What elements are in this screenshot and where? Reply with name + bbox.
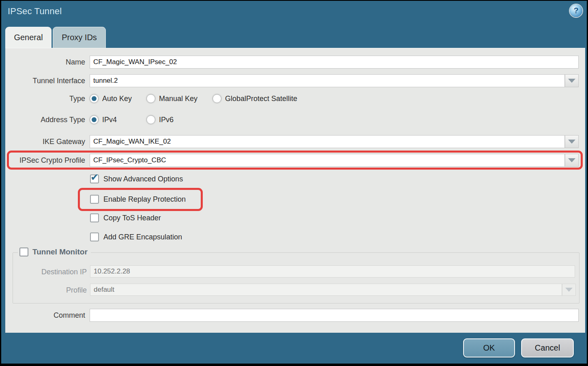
radio-icon — [90, 115, 99, 124]
ike-gateway-dropdown-button[interactable] — [565, 135, 579, 148]
radio-label: Auto Key — [102, 95, 132, 103]
profile-dropdown-button — [562, 284, 576, 296]
profile-label: Profile — [13, 286, 87, 295]
tunnel-interface-dropdown-button[interactable] — [565, 74, 579, 87]
tab-proxy-ids[interactable]: Proxy IDs — [53, 27, 106, 48]
checkbox-label: Copy ToS Header — [103, 214, 161, 222]
radio-label: IPv4 — [102, 116, 117, 124]
type-label: Type — [5, 95, 85, 103]
ike-gateway-input[interactable] — [90, 135, 565, 148]
comment-label: Comment — [5, 311, 85, 320]
tunnel-interface-input[interactable] — [90, 74, 565, 87]
dialog-title: IPSec Tunnel — [8, 6, 62, 17]
dialog-frame: IPSec Tunnel ? General Proxy IDs Name Tu… — [1, 1, 587, 364]
checkbox-icon: ✔ — [90, 213, 99, 222]
destination-ip-label: Destination IP — [13, 268, 87, 276]
ipsec-tunnel-dialog: IPSec Tunnel ? General Proxy IDs Name Tu… — [0, 0, 588, 366]
checkbox-icon: ✔ — [90, 174, 99, 183]
radio-manual-key[interactable]: Manual Key — [146, 94, 197, 103]
checkbox-add-gre-encapsulation[interactable]: ✔ Add GRE Encapsulation — [90, 232, 182, 242]
name-label: Name — [5, 58, 85, 67]
cancel-button[interactable]: Cancel — [521, 338, 574, 357]
radio-icon — [90, 94, 99, 103]
radio-label: Manual Key — [159, 95, 197, 103]
radio-icon — [146, 115, 155, 124]
radio-globalprotect-satellite[interactable]: GlobalProtect Satellite — [212, 94, 297, 103]
checkbox-label: Add GRE Encapsulation — [103, 233, 182, 241]
tunnel-monitor-group: ✔ Tunnel Monitor Destination IP Profile — [13, 252, 579, 304]
tunnel-monitor-label: Tunnel Monitor — [32, 248, 88, 256]
checkbox-copy-tos-header[interactable]: ✔ Copy ToS Header — [90, 213, 161, 223]
destination-ip-input — [90, 265, 575, 278]
ike-gateway-label: IKE Gateway — [5, 138, 85, 146]
name-input[interactable] — [90, 56, 579, 69]
checkbox-enable-replay-protection[interactable]: ✔ Enable Replay Protection — [90, 194, 186, 204]
help-icon[interactable]: ? — [570, 4, 582, 17]
radio-label: GlobalProtect Satellite — [225, 95, 297, 103]
general-tab-panel: Name Tunnel Interface Type Auto Key Manu… — [5, 48, 585, 333]
checkbox-icon: ✔ — [90, 233, 99, 241]
checkbox-show-advanced-options[interactable]: ✔ Show Advanced Options — [90, 174, 183, 184]
ipsec-crypto-profile-label: IPSec Crypto Profile — [5, 156, 85, 165]
chevron-down-icon — [568, 158, 575, 162]
ipsec-crypto-profile-input[interactable] — [90, 154, 565, 167]
radio-ipv6[interactable]: IPv6 — [146, 115, 174, 125]
address-type-label: Address Type — [5, 116, 85, 124]
tab-general[interactable]: General — [5, 27, 52, 48]
chevron-down-icon — [565, 288, 573, 292]
ok-button[interactable]: OK — [463, 338, 515, 357]
radio-icon — [212, 94, 221, 103]
comment-input[interactable] — [90, 309, 579, 322]
radio-icon — [146, 94, 155, 103]
profile-input — [90, 284, 562, 296]
radio-auto-key[interactable]: Auto Key — [90, 94, 132, 103]
checkbox-icon: ✔ — [19, 248, 28, 256]
checkbox-tunnel-monitor[interactable]: ✔ Tunnel Monitor — [18, 248, 91, 256]
radio-ipv4[interactable]: IPv4 — [90, 115, 117, 125]
checkbox-label: Enable Replay Protection — [103, 195, 186, 204]
chevron-down-icon — [568, 140, 575, 144]
checkbox-icon: ✔ — [90, 195, 99, 204]
checkbox-label: Show Advanced Options — [103, 175, 183, 183]
ipsec-crypto-profile-dropdown-button[interactable] — [565, 154, 579, 167]
chevron-down-icon — [568, 79, 575, 83]
tunnel-interface-label: Tunnel Interface — [5, 77, 85, 85]
radio-label: IPv6 — [159, 116, 174, 124]
